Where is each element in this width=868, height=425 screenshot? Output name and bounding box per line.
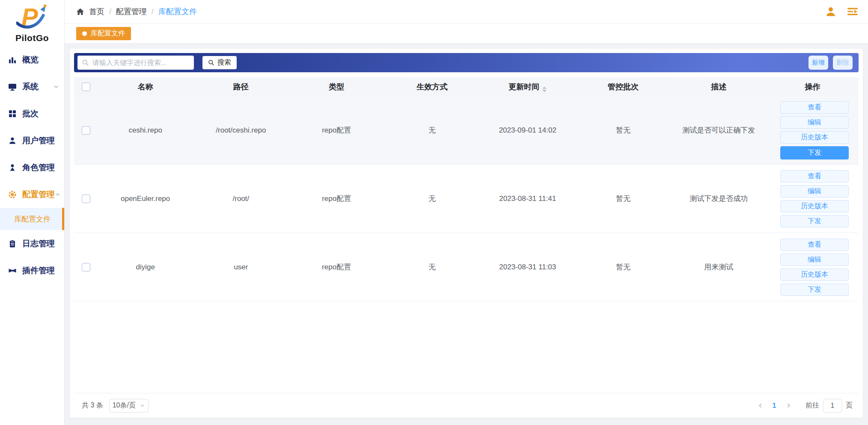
sidebar-item-label: 用户管理 [22,135,55,146]
sidebar-item-system[interactable]: 系统 [0,73,64,100]
column-header-desc: 描述 [671,82,767,92]
app-root: P PilotGo 概览 系统 [0,0,868,425]
cell-batch: 暂无 [575,194,671,204]
sidebar-item-roles[interactable]: 角色管理 [0,154,64,181]
pager: 1 前往 页 [753,399,853,413]
goto-unit-label: 页 [846,401,853,410]
cell-desc: 测试下发是否成功 [671,194,767,204]
plugin-icon [8,266,17,275]
pilotgo-logo-icon: P [16,3,48,32]
history-button[interactable]: 历史版本 [780,269,849,281]
sidebar-item-config[interactable]: 配置管理 [0,181,64,208]
sidebar-item-label: 系统 [22,81,39,92]
view-button[interactable]: 查看 [780,239,849,251]
menu-unfold-icon[interactable] [847,6,859,17]
select-all-checkbox[interactable] [82,83,90,91]
sidebar-item-overview[interactable]: 概览 [0,46,64,73]
chevron-down-icon [140,403,145,408]
sort-caret-icon[interactable] [542,86,547,92]
deploy-button[interactable]: 下发 [780,215,849,227]
app-title: PilotGo [15,33,49,43]
table-header-row: 名称 路径 类型 生效方式 更新时间 管控批次 描述 操作 [74,77,859,96]
history-button[interactable]: 历史版本 [780,200,849,212]
sidebar-item-label: 批次 [22,108,39,119]
edit-button[interactable]: 编辑 [780,254,849,266]
next-page-button[interactable] [782,402,795,409]
sidebar-subitem-label: 库配置文件 [14,214,51,224]
cell-batch: 暂无 [575,125,671,135]
tab-repo-config[interactable]: 库配置文件 [76,27,131,40]
grid-icon [8,109,17,118]
prev-page-button[interactable] [753,402,767,409]
row-checkbox[interactable] [82,126,90,135]
sidebar-item-label: 概览 [22,54,39,65]
sidebar-item-label: 配置管理 [22,189,55,200]
cell-desc: 用来测试 [671,262,767,272]
repo-config-table: 名称 路径 类型 生效方式 更新时间 管控批次 描述 操作 [74,77,859,393]
monitor-icon [8,83,17,91]
main-area: 首页 / 配置管理 / 库配置文件 库配置 [65,0,868,425]
sidebar: P PilotGo 概览 系统 [0,0,65,425]
column-header-updated[interactable]: 更新时间 [480,82,575,92]
table-row: openEuler.repo /root/ repo配置 无 2023-08-3… [74,165,859,233]
row-checkbox[interactable] [82,263,90,272]
user-avatar-icon[interactable] [825,6,836,17]
add-button[interactable]: 新增 [809,56,828,70]
cell-name: openEuler.repo [98,195,193,203]
breadcrumb-current: 库配置文件 [158,6,197,17]
page-number[interactable]: 1 [767,402,782,410]
sidebar-menu: 概览 系统 批次 [0,46,64,425]
chevron-right-icon [785,402,792,409]
goto-page-input[interactable] [823,399,842,413]
edit-button[interactable]: 编辑 [780,116,849,129]
edit-button[interactable]: 编辑 [780,185,849,198]
search-button[interactable]: 搜索 [202,56,237,69]
cell-actions: 查看 编辑 历史版本 下发 [767,170,859,227]
deploy-button[interactable]: 下发 [780,283,849,296]
breadcrumb-home[interactable]: 首页 [89,6,104,17]
search-input[interactable] [92,59,190,67]
search-icon [208,59,214,66]
pagination: 共 3 条 10条/页 1 前往 [74,398,859,413]
sidebar-item-batch[interactable]: 批次 [0,100,64,127]
cell-desc: 测试是否可以正确下发 [671,125,767,135]
column-header-actions: 操作 [767,82,859,92]
bar-chart-icon [8,56,17,64]
delete-button[interactable]: 删除 [833,56,853,70]
history-button[interactable]: 历史版本 [780,131,849,144]
tag-bar: 库配置文件 [65,24,868,44]
breadcrumb-config[interactable]: 配置管理 [116,6,147,17]
chevron-down-icon [53,84,59,90]
search-button-label: 搜索 [217,58,231,67]
gear-icon [8,190,17,199]
sidebar-item-logs[interactable]: 日志管理 [0,230,64,257]
view-button[interactable]: 查看 [780,101,849,114]
tag-label: 库配置文件 [91,29,125,38]
page-size-value: 10条/页 [113,401,136,410]
cell-effect: 无 [384,194,480,204]
page-size-select[interactable]: 10条/页 [109,399,149,413]
sidebar-subitem-repo-config[interactable]: 库配置文件 [0,208,64,230]
sidebar-item-users[interactable]: 用户管理 [0,127,64,154]
breadcrumb: 首页 / 配置管理 / 库配置文件 [76,6,197,17]
cell-name: diyige [98,263,193,272]
clipboard-icon [8,239,17,248]
tag-dot-icon [82,31,87,36]
sidebar-item-plugins[interactable]: 插件管理 [0,257,64,284]
cell-updated: 2023-09-01 14:02 [480,126,575,135]
chevron-up-icon [55,192,61,198]
cell-type: repo配置 [289,262,384,272]
cell-path: /root/ [193,195,288,203]
home-icon [76,8,84,16]
cell-name: ceshi.repo [98,126,193,135]
cell-actions: 查看 编辑 历史版本 下发 [767,239,859,296]
cell-actions: 查看 编辑 历史版本 下发 [767,101,859,159]
view-button[interactable]: 查看 [780,170,849,183]
cell-effect: 无 [384,125,480,135]
row-checkbox[interactable] [82,195,90,203]
column-header-effect: 生效方式 [384,82,480,92]
cell-batch: 暂无 [575,262,671,272]
column-header-path: 路径 [193,82,288,92]
breadcrumb-separator: / [152,7,154,16]
deploy-button[interactable]: 下发 [780,146,849,159]
